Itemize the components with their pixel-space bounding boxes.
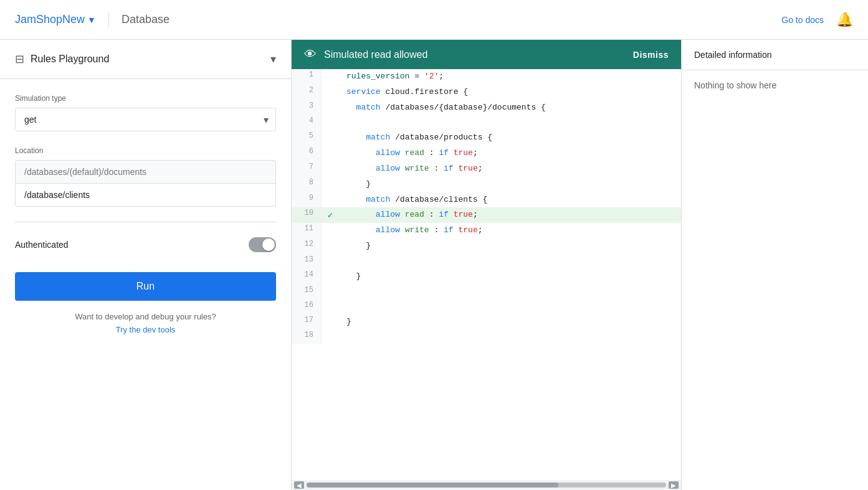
location-label: Location xyxy=(15,146,276,155)
run-button[interactable]: Run xyxy=(15,272,276,301)
line-check xyxy=(322,115,339,130)
panel-header: ⊟ Rules Playground ▾ xyxy=(0,40,291,79)
line-number: 2 xyxy=(292,85,322,100)
main-layout: ⊟ Rules Playground ▾ Simulation type get… xyxy=(0,40,868,490)
line-number: 1 xyxy=(292,69,322,85)
line-check xyxy=(322,192,339,208)
dismiss-button[interactable]: Dismiss xyxy=(633,50,669,60)
line-check xyxy=(322,254,339,269)
line-check xyxy=(322,100,339,116)
code-line: 2 service cloud.firestore { xyxy=(292,85,681,100)
line-content: } xyxy=(339,238,378,254)
line-content xyxy=(339,254,354,269)
line-number: 9 xyxy=(292,192,322,208)
line-number: 4 xyxy=(292,115,322,130)
project-name-text: JamShopNew xyxy=(15,13,85,26)
dev-tools-link[interactable]: Try the dev tools xyxy=(15,324,276,337)
code-editor[interactable]: 1 rules_version = '2'; 2 service cloud.f… xyxy=(292,69,681,480)
authenticated-label: Authenticated xyxy=(15,240,69,250)
project-selector[interactable]: JamShopNew ▼ xyxy=(15,13,96,26)
code-line: 6 allow read : if true; xyxy=(292,146,681,161)
line-content: allow write : if true; xyxy=(339,223,490,238)
divider xyxy=(15,222,276,222)
dev-tools-description: Want to develop and debug your rules? xyxy=(75,312,216,321)
line-check xyxy=(322,329,339,344)
location-value-input[interactable] xyxy=(15,184,276,207)
code-line: 12 } xyxy=(292,238,681,254)
right-panel-empty: Nothing to show here xyxy=(682,70,868,100)
line-number: 6 xyxy=(292,146,322,161)
line-check xyxy=(322,85,339,100)
code-line: 14 } xyxy=(292,269,681,285)
line-content: } xyxy=(339,269,368,285)
panel-collapse-icon[interactable]: ▾ xyxy=(270,52,276,66)
simulation-type-select[interactable]: get list create update delete xyxy=(15,108,276,131)
scroll-track[interactable] xyxy=(307,483,666,488)
scroll-thumb[interactable] xyxy=(307,483,558,488)
line-number: 16 xyxy=(292,299,322,314)
line-content xyxy=(339,285,354,299)
code-line: 17 } xyxy=(292,314,681,330)
line-check xyxy=(322,269,339,285)
code-line: 18 xyxy=(292,329,681,344)
line-number: 3 xyxy=(292,100,322,116)
right-panel: Detailed information Nothing to show her… xyxy=(681,40,868,490)
project-chevron-icon: ▼ xyxy=(87,15,96,25)
line-number: 7 xyxy=(292,161,322,177)
line-content xyxy=(339,329,354,344)
line-content: } xyxy=(339,177,378,192)
horizontal-scrollbar[interactable]: ◀ ▶ xyxy=(292,480,681,490)
line-content xyxy=(339,299,354,314)
nav-left: JamShopNew ▼ Database xyxy=(15,12,169,27)
line-number: 15 xyxy=(292,285,322,299)
line-number: 18 xyxy=(292,329,322,344)
simulation-type-label: Simulation type xyxy=(15,94,276,103)
scroll-left-arrow[interactable]: ◀ xyxy=(294,481,304,489)
scroll-right-arrow[interactable]: ▶ xyxy=(669,481,679,489)
line-check xyxy=(322,285,339,299)
line-content: allow write : if true; xyxy=(339,161,490,177)
line-content: match /database/products { xyxy=(339,130,500,146)
line-number: 13 xyxy=(292,254,322,269)
line-content: rules_version = '2'; xyxy=(339,69,451,85)
code-line: 3 match /databases/{database}/documents … xyxy=(292,100,681,116)
nav-section: Database xyxy=(122,13,169,26)
go-to-docs-link[interactable]: Go to docs xyxy=(781,15,824,25)
line-check-icon: ✓ xyxy=(322,207,339,223)
line-number: 11 xyxy=(292,223,322,238)
line-check xyxy=(322,299,339,314)
line-check xyxy=(322,161,339,177)
top-nav: JamShopNew ▼ Database Go to docs 🔔 xyxy=(0,0,868,40)
authenticated-toggle[interactable] xyxy=(249,237,276,252)
line-number: 8 xyxy=(292,177,322,192)
line-check xyxy=(322,130,339,146)
line-check xyxy=(322,238,339,254)
line-content: service cloud.firestore { xyxy=(339,85,475,100)
line-check xyxy=(322,177,339,192)
simulation-type-wrapper: get list create update delete ▾ xyxy=(15,108,276,131)
dev-tools-text: Want to develop and debug your rules? Tr… xyxy=(15,311,276,337)
notification-bell-icon[interactable]: 🔔 xyxy=(836,12,853,28)
code-line: 9 match /database/clients { xyxy=(292,192,681,208)
nav-divider xyxy=(108,12,109,27)
line-check xyxy=(322,314,339,330)
line-content: } xyxy=(339,314,359,330)
code-line: 13 xyxy=(292,254,681,269)
line-check xyxy=(322,69,339,85)
authenticated-row: Authenticated xyxy=(15,237,276,252)
panel-content: Simulation type get list create update d… xyxy=(0,79,291,490)
code-line: 8 } xyxy=(292,177,681,192)
panel-title: Rules Playground xyxy=(31,54,109,65)
line-number: 17 xyxy=(292,314,322,330)
left-panel: ⊟ Rules Playground ▾ Simulation type get… xyxy=(0,40,292,490)
code-line: 7 allow write : if true; xyxy=(292,161,681,177)
line-number: 14 xyxy=(292,269,322,285)
code-line: 16 xyxy=(292,299,681,314)
location-placeholder-input[interactable] xyxy=(15,160,276,184)
line-content: allow read : if true; xyxy=(339,207,485,223)
line-content: match /database/clients { xyxy=(339,192,495,208)
simulation-banner: 👁 Simulated read allowed Dismiss xyxy=(292,40,681,69)
line-check xyxy=(322,223,339,238)
line-content: allow read : if true; xyxy=(339,146,485,161)
code-line: 11 allow write : if true; xyxy=(292,223,681,238)
